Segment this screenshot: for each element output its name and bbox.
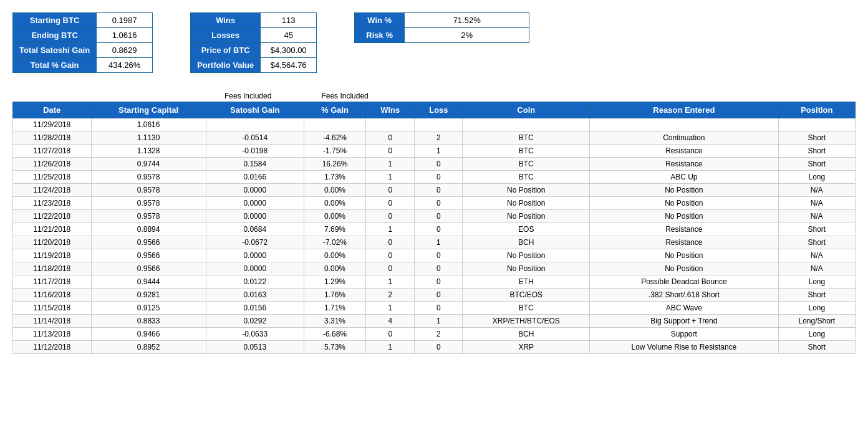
table-cell: 1 (366, 223, 415, 236)
table-cell: 0.0122 (206, 275, 304, 289)
table-cell: BTC (463, 171, 590, 184)
table-cell: Continuation (590, 131, 779, 145)
table-cell: 1 (366, 171, 415, 184)
summary-row: Total Satoshi Gain0.8629 (13, 43, 153, 58)
summary-row: Wins113 (191, 13, 317, 28)
table-cell: Short (778, 236, 855, 249)
table-cell: ABC Up (590, 171, 779, 184)
column-header: Starting Capital (91, 102, 206, 118)
table-cell: 11/27/2018 (13, 145, 92, 158)
table-cell: Long (778, 328, 855, 341)
table-cell: 0.9566 (91, 249, 206, 262)
table-cell: 0.0000 (206, 197, 304, 210)
table-cell: 0 (415, 223, 463, 236)
table-row: 11/20/20180.9566-0.0672-7.02%01BCHResist… (13, 236, 856, 249)
table-cell: 1.1328 (91, 145, 206, 158)
table-cell: 0.0163 (206, 289, 304, 302)
table-cell: -0.0198 (206, 145, 304, 158)
table-cell: 0 (366, 236, 415, 249)
table-cell: 0.0000 (206, 210, 304, 223)
table-cell: 0 (366, 131, 415, 145)
table-cell: 11/19/2018 (13, 249, 92, 262)
table-cell: -0.0672 (206, 236, 304, 249)
summary-row: Price of BTC$4,300.00 (191, 43, 317, 58)
table-cell: BTC/EOS (463, 289, 590, 302)
summary-label: Portfolio Value (191, 58, 261, 73)
table-cell: BCH (463, 236, 590, 249)
table-row: 11/15/20180.91250.01561.71%10BTCABC Wave… (13, 302, 856, 315)
table-cell: Short (778, 341, 855, 354)
table-cell: N/A (778, 184, 855, 197)
table-cell: 0 (415, 341, 463, 354)
summary-row: Total % Gain434.26% (13, 58, 153, 73)
table-cell: 1 (366, 158, 415, 171)
summary-label: Ending BTC (13, 28, 97, 43)
table-row: 11/25/20180.95780.01661.73%10BTCABC UpLo… (13, 171, 856, 184)
summary-label: Risk % (355, 28, 405, 43)
table-cell: Long (778, 275, 855, 289)
summary-label: Total Satoshi Gain (13, 43, 97, 58)
table-row: 11/14/20180.88330.02923.31%41XRP/ETH/BTC… (13, 315, 856, 328)
table-cell: Big Support + Trend (590, 315, 779, 328)
table-row: 11/29/20181.0616 (13, 118, 856, 131)
table-row: 11/16/20180.92810.01631.76%20BTC/EOS.382… (13, 289, 856, 302)
column-header: Wins (366, 102, 415, 118)
summary-value: 0.1987 (97, 13, 153, 28)
column-header: Reason Entered (590, 102, 779, 118)
table-cell: 0.00% (304, 262, 365, 275)
table-cell: Short (778, 289, 855, 302)
summary-label: Win % (355, 13, 405, 28)
summary-value: 45 (261, 28, 317, 43)
table-cell: 1.0616 (91, 118, 206, 131)
table-cell: 0.9578 (91, 210, 206, 223)
column-header: Date (13, 102, 92, 118)
summary-value: 434.26% (97, 58, 153, 73)
table-cell: 0.0000 (206, 184, 304, 197)
table-cell: 0 (415, 210, 463, 223)
table-cell: Resistance (590, 236, 779, 249)
table-cell (778, 118, 855, 131)
table-cell: 11/16/2018 (13, 289, 92, 302)
table-cell: BTC (463, 145, 590, 158)
summary-row: Win %71.52% (355, 13, 529, 28)
table-cell: 4 (366, 315, 415, 328)
table-cell: 11/20/2018 (13, 236, 92, 249)
right-summary-table: Win %71.52%Risk %2% (354, 12, 529, 43)
table-cell: 1.1130 (91, 131, 206, 145)
table-cell: N/A (778, 262, 855, 275)
left-summary-table: Starting BTC0.1987Ending BTC1.0616Total … (12, 12, 153, 73)
table-cell (304, 118, 365, 131)
table-cell: 0 (415, 249, 463, 262)
table-cell: 0.8952 (91, 341, 206, 354)
column-header: Loss (415, 102, 463, 118)
table-cell: 3.31% (304, 315, 365, 328)
summary-label: Starting BTC (13, 13, 97, 28)
table-cell: 11/12/2018 (13, 341, 92, 354)
summary-row: Starting BTC0.1987 (13, 13, 153, 28)
table-cell: 0 (415, 197, 463, 210)
table-row: 11/18/20180.95660.00000.00%00No Position… (13, 262, 856, 275)
table-cell: 0.00% (304, 184, 365, 197)
table-cell: -0.0514 (206, 131, 304, 145)
table-cell: Short (778, 158, 855, 171)
table-cell: 1 (366, 302, 415, 315)
table-cell: 11/29/2018 (13, 118, 92, 131)
fees-label-1: Fees Included (224, 92, 271, 100)
table-cell: Resistance (590, 158, 779, 171)
table-cell: 0.00% (304, 197, 365, 210)
table-cell: 16.26% (304, 158, 365, 171)
table-cell: No Position (463, 210, 590, 223)
summary-value: 2% (405, 28, 529, 43)
table-row: 11/19/20180.95660.00000.00%00No Position… (13, 249, 856, 262)
summary-label: Price of BTC (191, 43, 261, 58)
table-cell: 0.9281 (91, 289, 206, 302)
table-cell: 0.9578 (91, 197, 206, 210)
table-cell: -4.62% (304, 131, 365, 145)
table-cell: 0.8894 (91, 223, 206, 236)
table-cell: 0.1584 (206, 158, 304, 171)
table-cell: 1 (366, 341, 415, 354)
table-cell: -7.02% (304, 236, 365, 249)
table-cell: Support (590, 328, 779, 341)
table-cell: 1 (415, 236, 463, 249)
table-cell: 0.9744 (91, 158, 206, 171)
